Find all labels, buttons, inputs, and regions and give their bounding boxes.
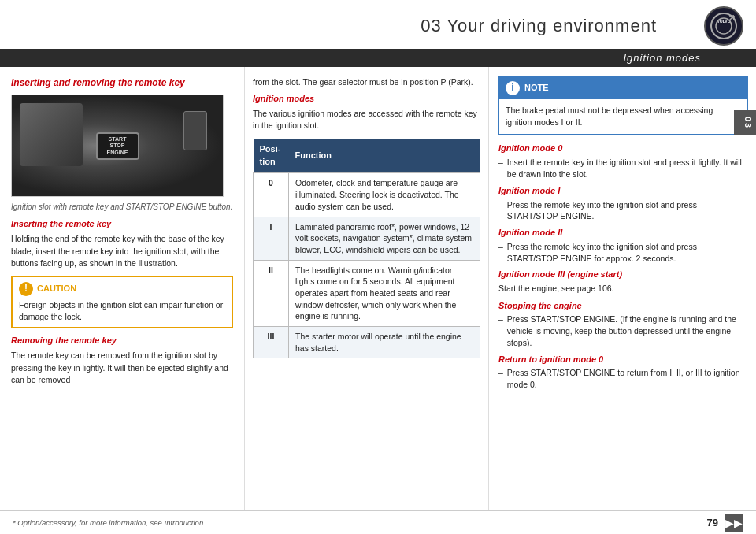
mode3-heading: Ignition mode III (engine start) bbox=[498, 269, 748, 281]
remove-text: The remote key can be removed from the i… bbox=[11, 350, 233, 386]
table-row: IIIThe starter motor will operate until … bbox=[254, 327, 480, 358]
mode1-bullet: – Press the remote key into the ignition… bbox=[498, 199, 748, 222]
remove-heading: Removing the remote key bbox=[11, 335, 233, 347]
table-function-cell: The starter motor will operate until the… bbox=[289, 327, 480, 358]
table-position-cell: 0 bbox=[254, 173, 289, 217]
return-heading: Return to ignition mode 0 bbox=[498, 354, 748, 366]
volvo-logo: VOLVO bbox=[704, 6, 743, 46]
table-function-cell: Odometer, clock and temperature gauge ar… bbox=[289, 173, 480, 217]
table-function-cell: Laminated panoramic roof*, power windows… bbox=[289, 217, 480, 260]
table-row: ILaminated panoramic roof*, power window… bbox=[254, 217, 480, 260]
table-row: IIThe headlights come on. Warning/indica… bbox=[254, 260, 480, 326]
start-stop-button-image: STARTSTOPENGINE bbox=[96, 132, 139, 160]
footer-note: * Option/accessory, for more information… bbox=[13, 518, 206, 527]
caution-label: CAUTION bbox=[37, 283, 76, 295]
section-label: Ignition modes bbox=[0, 49, 756, 67]
chapter-side-tab: 03 bbox=[734, 110, 756, 135]
mode2-heading: Ignition mode II bbox=[498, 227, 748, 239]
note-label: NOTE bbox=[524, 82, 549, 95]
note-box: i NOTE The brake pedal must not be depre… bbox=[498, 76, 748, 135]
ignition-slot-image: STARTSTOPENGINE bbox=[11, 95, 224, 197]
mode0-bullet: – Insert the remote key in the ignition … bbox=[498, 157, 748, 180]
image-caption: Ignition slot with remote key and START/… bbox=[11, 202, 233, 212]
mode1-heading: Ignition mode I bbox=[498, 185, 748, 198]
page-footer: * Option/accessory, for more information… bbox=[0, 510, 756, 534]
table-col2-header: Function bbox=[289, 139, 480, 173]
table-function-cell: The headlights come on. Warning/indicato… bbox=[289, 260, 480, 326]
caution-box: ! CAUTION Foreign objects in the ignitio… bbox=[11, 276, 233, 328]
main-content: Inserting and removing the remote key ST… bbox=[0, 67, 756, 522]
mode0-heading: Ignition mode 0 bbox=[498, 143, 748, 155]
mode3-ref: Start the engine, see page 106. bbox=[498, 283, 748, 295]
next-arrow[interactable]: ▶▶ bbox=[724, 514, 743, 532]
right-column: i NOTE The brake pedal must not be depre… bbox=[488, 67, 756, 522]
table-position-cell: I bbox=[254, 217, 289, 260]
caution-text: Foreign objects in the ignition slot can… bbox=[19, 299, 225, 322]
mode2-bullet: – Press the remote key into the ignition… bbox=[498, 241, 748, 264]
note-text: The brake pedal must not be depressed wh… bbox=[499, 99, 747, 134]
stop-bullet: – Press START/STOP ENGINE. (If the engin… bbox=[498, 313, 748, 348]
return-bullet: – Press START/STOP ENGINE to return from… bbox=[498, 367, 748, 390]
main-section-heading: Inserting and removing the remote key bbox=[11, 76, 233, 90]
left-column: Inserting and removing the remote key ST… bbox=[0, 67, 244, 522]
chapter-title: 03 Your driving environment bbox=[13, 16, 704, 36]
table-position-cell: II bbox=[254, 260, 289, 326]
insert-heading: Inserting the remote key bbox=[11, 218, 233, 231]
table-row: 0Odometer, clock and temperature gauge a… bbox=[254, 173, 480, 217]
table-col1-header: Posi-tion bbox=[254, 139, 289, 173]
middle-column: from the slot. The gear selector must be… bbox=[244, 67, 488, 522]
caution-icon: ! bbox=[19, 282, 33, 296]
intro-text: from the slot. The gear selector must be… bbox=[253, 76, 480, 88]
stop-heading: Stopping the engine bbox=[498, 300, 748, 313]
page-number: 79 bbox=[707, 517, 718, 528]
modes-text: The various ignition modes are accessed … bbox=[253, 108, 480, 132]
note-icon: i bbox=[506, 81, 520, 95]
ignition-table: Posi-tion Function 0Odometer, clock and … bbox=[253, 139, 480, 359]
page-header: 03 Your driving environment VOLVO bbox=[0, 0, 756, 49]
modes-heading: Ignition modes bbox=[253, 93, 480, 106]
table-position-cell: III bbox=[254, 327, 289, 358]
insert-text: Holding the end of the remote key with t… bbox=[11, 233, 233, 269]
